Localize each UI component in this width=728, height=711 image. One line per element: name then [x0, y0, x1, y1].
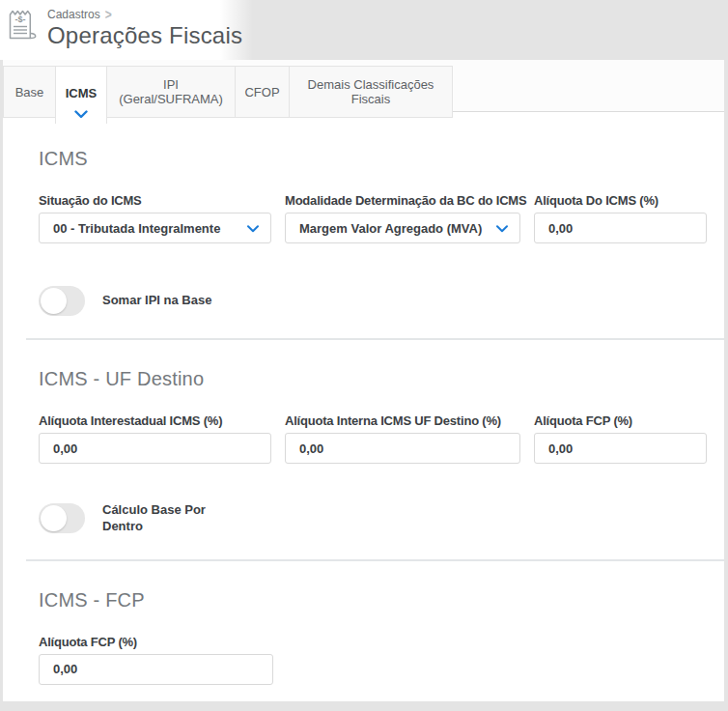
calculo-base-por-dentro-toggle-label: Cálculo Base Por Dentro: [102, 502, 223, 535]
content-card: Base ICMS IPI (Geral/SUFRAMA) CFOP Demai…: [3, 60, 724, 701]
receipt-icon: -$-: [8, 7, 38, 46]
aliquota-fcp-destino-label: Alíquota FCP (%): [534, 413, 707, 428]
icms-field-row: Situação do ICMS 00 - Tributada Integral…: [39, 193, 724, 243]
header-text: Cadastros > Operações Fiscais: [47, 5, 242, 49]
breadcrumb-item-cadastros[interactable]: Cadastros: [47, 8, 100, 21]
situacao-icms-label: Situação do ICMS: [39, 193, 271, 208]
tab-demais-classificacoes-fiscais[interactable]: Demais Classificações Fiscais: [289, 66, 453, 118]
aliquota-interestadual-input[interactable]: [39, 433, 271, 464]
aliquota-fcp-input[interactable]: [39, 654, 273, 685]
section-heading-icms-uf-destino: ICMS - UF Destino: [39, 368, 724, 390]
page-header: -$- Cadastros > Operações Fiscais: [0, 0, 728, 60]
aliquota-interna-input[interactable]: [285, 433, 520, 464]
aliquota-fcp-destino-input[interactable]: [534, 433, 707, 464]
aliquota-icms-label: Alíquota Do ICMS (%): [534, 193, 707, 208]
breadcrumb[interactable]: Cadastros >: [47, 5, 242, 21]
section-heading-icms: ICMS: [39, 148, 724, 170]
section-divider: [26, 559, 724, 561]
somar-ipi-toggle-row: Somar IPI na Base: [39, 286, 724, 316]
page-title: Operações Fiscais: [47, 22, 242, 49]
field-aliquota-icms: Alíquota Do ICMS (%): [534, 193, 707, 243]
field-aliquota-fcp-destino: Alíquota FCP (%): [534, 413, 707, 464]
tab-cfop[interactable]: CFOP: [235, 66, 290, 118]
field-aliquota-fcp: Alíquota FCP (%): [39, 635, 273, 685]
modalidade-bc-label: Modalidade Determinação da BC do ICMS: [285, 193, 520, 208]
tab-ipi-geral-suframa[interactable]: IPI (Geral/SUFRAMA): [106, 66, 236, 118]
tab-label: Demais Classificações Fiscais: [295, 77, 446, 106]
situacao-icms-select[interactable]: 00 - Tributada Integralmente: [39, 213, 271, 243]
modalidade-bc-selected-value: Margem Valor Agregado (MVA): [299, 221, 482, 236]
tab-label: Base: [15, 85, 44, 100]
uf-destino-field-row: Alíquota Interestadual ICMS (%) Alíquota…: [39, 413, 724, 464]
tab-bar: Base ICMS IPI (Geral/SUFRAMA) CFOP Demai…: [3, 60, 724, 112]
field-modalidade-bc: Modalidade Determinação da BC do ICMS Ma…: [285, 193, 520, 243]
modalidade-bc-select[interactable]: Margem Valor Agregado (MVA): [285, 213, 520, 243]
calculo-base-por-dentro-toggle[interactable]: [39, 503, 85, 533]
aliquota-icms-input[interactable]: [534, 213, 707, 243]
aliquota-interestadual-label: Alíquota Interestadual ICMS (%): [39, 413, 271, 428]
somar-ipi-toggle-label: Somar IPI na Base: [102, 293, 211, 309]
tab-icms[interactable]: ICMS: [55, 66, 107, 124]
chevron-down-icon: [247, 221, 259, 236]
situacao-icms-selected-value: 00 - Tributada Integralmente: [53, 221, 220, 236]
tab-label: ICMS: [66, 86, 98, 100]
tab-base[interactable]: Base: [3, 66, 56, 118]
tab-label: CFOP: [244, 85, 279, 100]
toggle-knob: [41, 288, 67, 314]
chevron-down-icon: [496, 221, 508, 236]
field-aliquota-interna: Alíquota Interna ICMS UF Destino (%): [285, 413, 520, 464]
field-aliquota-interestadual: Alíquota Interestadual ICMS (%): [39, 413, 271, 464]
tab-label: IPI (Geral/SUFRAMA): [113, 77, 229, 106]
toggle-knob: [41, 505, 67, 531]
chevron-right-icon: >: [105, 7, 112, 23]
calculo-base-toggle-row: Cálculo Base Por Dentro: [39, 502, 724, 535]
field-situacao-icms: Situação do ICMS 00 - Tributada Integral…: [39, 193, 271, 243]
chevron-down-icon: [74, 107, 88, 122]
svg-text:-$-: -$-: [15, 14, 26, 24]
section-heading-icms-fcp: ICMS - FCP: [39, 589, 724, 611]
somar-ipi-toggle[interactable]: [39, 286, 85, 316]
section-divider: [26, 338, 724, 340]
page-root: -$- Cadastros > Operações Fiscais Base: [0, 0, 728, 701]
aliquota-fcp-label: Alíquota FCP (%): [39, 635, 273, 649]
aliquota-interna-label: Alíquota Interna ICMS UF Destino (%): [285, 413, 520, 428]
tab-panel-icms: ICMS Situação do ICMS 00 - Tributada Int…: [3, 148, 724, 685]
